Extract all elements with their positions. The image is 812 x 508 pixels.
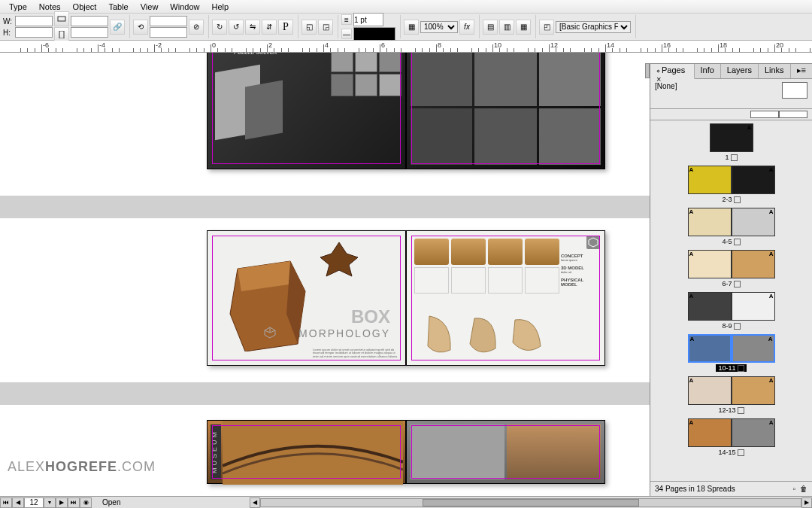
prev-page-button[interactable]: ◀ [12,497,24,508]
rotate-ccw-icon[interactable]: ↺ [229,20,244,35]
corners-icon[interactable]: ◰ [539,20,554,35]
paragraph-icon[interactable]: P [278,20,293,35]
menu-type[interactable]: Type [3,1,33,13]
museum-title: MUSEUM [211,424,221,479]
pages-scroll[interactable]: A1 AA2-3 AA4-5 AA6-7 AA8-9 AA10-11 AA12-… [650,120,812,481]
preflight-icon[interactable]: ◉ [80,497,92,508]
spread-thumb-1[interactable]: A1 [650,123,812,161]
link-icon[interactable]: 🔗 [110,20,125,35]
first-page-button[interactable]: ⏮ [0,497,12,508]
menu-table[interactable]: Table [102,1,134,13]
spread-12-13[interactable]: BOX MORPHOLOGY Lorem ipsum dolor sit ame… [207,230,605,366]
horizontal-scrollbar[interactable] [260,498,801,507]
w-input[interactable] [15,16,53,26]
spread-10-11[interactable]: PUZZLE SOLVER GRID SYSTEMS [207,53,605,169]
spread-thumb-8-9[interactable]: AA8-9 [650,292,812,330]
zoom-select[interactable]: 100% [420,21,458,33]
spread-thumb-10-11[interactable]: AA10-11 [650,334,812,372]
page-14[interactable]: MUSEUM [207,420,406,484]
rotate-icon[interactable]: ⟲ [133,20,148,35]
page-number-input[interactable] [24,497,44,508]
cube-icon [264,327,276,339]
svg-line-8 [265,330,270,333]
rotate-cw-icon[interactable]: ↻ [212,20,227,35]
spread-thumb-14-15[interactable]: AA14-15 [650,418,812,456]
page-dropdown-button[interactable]: ▾ [44,497,56,508]
form-2 [465,312,503,357]
scale-y-input[interactable] [71,27,108,38]
spread-14-15[interactable]: MUSEUM [207,420,605,484]
menu-object[interactable]: Object [67,1,103,13]
tab-info[interactable]: Info [695,64,721,78]
svg-line-9 [270,330,275,333]
menu-view[interactable]: View [135,1,165,13]
spread-thumb-6-7[interactable]: AA6-7 [650,250,812,287]
status-label: Open [92,498,131,506]
box-title: BOX [351,306,390,327]
wrap-bounding-icon[interactable]: ▥ [499,20,514,35]
select-container-icon[interactable]: ◱ [301,20,317,35]
wrap-none-icon[interactable]: ▤ [483,20,498,35]
stroke-weight-input[interactable] [353,13,383,26]
flip-v-icon[interactable]: ⇵ [262,20,277,35]
scroll-left-button[interactable]: ◀ [250,497,260,508]
master-thumb-none[interactable] [782,82,807,99]
clear-transform-icon[interactable]: ⊘ [189,20,204,35]
page-11[interactable]: GRID SYSTEMS [406,53,605,169]
wrap-object-icon[interactable]: ▦ [516,20,531,35]
page-count-label: 34 Pages in 18 Spreads [655,485,735,493]
next-page-button[interactable]: ▶ [56,497,68,508]
spread1-title: PUZZLE SOLVER [234,53,277,55]
page-12[interactable]: BOX MORPHOLOGY Lorem ipsum dolor sit ame… [207,230,406,366]
scroll-thumb[interactable] [423,499,638,506]
h-input[interactable] [15,27,53,38]
tab-layers[interactable]: Layers [721,64,759,78]
scroll-right-button[interactable]: ▶ [801,497,812,508]
svg-marker-5 [320,242,358,276]
wood-star-graphic [313,239,365,284]
scale-x-icon[interactable] [54,11,69,26]
tab-links[interactable]: Links [759,64,791,78]
menu-bar: Type Notes Object Table View Window Help [0,0,812,14]
scale-x-input[interactable] [71,16,108,26]
pages-panel: Pages × Info Layers Links ▸≡ [None] A1 A… [650,63,812,496]
effects-icon[interactable]: fx [459,20,474,35]
delete-page-icon[interactable]: 🗑 [800,485,807,493]
rotate-input[interactable] [150,16,187,26]
shear-input[interactable] [150,27,187,38]
select-content-icon[interactable]: ◲ [318,20,333,35]
stroke-weight-icon: ≡ [341,14,352,25]
fitting-icon[interactable]: ▦ [404,20,419,35]
watermark: ALEXHOGREFE.COM [8,459,156,475]
panel-footer: 34 Pages in 18 Spreads ▫ 🗑 [650,481,812,496]
menu-help[interactable]: Help [205,1,235,13]
stroke-style-icon: — [341,29,352,39]
body-text-left: Lorem ipsum dolor sit amet consectetur a… [313,348,399,359]
svg-rect-0 [58,17,65,21]
svg-rect-1 [59,31,64,38]
form-3 [509,312,547,357]
last-page-button[interactable]: ⏭ [68,497,80,508]
panel-menu-icon[interactable]: ▸≡ [791,64,812,78]
scale-y-icon[interactable] [54,27,69,42]
horizontal-ruler[interactable]: -6-4-202468101214161820 [0,41,812,53]
master-thumb-a-left[interactable] [750,111,779,118]
master-area[interactable]: [None] [650,79,812,109]
page-13[interactable]: CONCEPTlorem ipsum 3D MODELdolor sit PHY… [406,230,605,366]
spread-thumb-2-3[interactable]: AA2-3 [650,166,812,203]
new-page-icon[interactable]: ▫ [792,485,795,493]
form-1 [422,312,459,357]
spread-thumb-12-13[interactable]: AA12-13 [650,376,812,414]
tab-pages[interactable]: Pages × [650,64,695,79]
flip-h-icon[interactable]: ⇋ [245,20,260,35]
w-label: W: [3,17,14,26]
spread-thumb-4-5[interactable]: AA4-5 [650,208,812,245]
page-10[interactable]: PUZZLE SOLVER [207,53,406,169]
page-15[interactable] [406,420,605,484]
object-style-select[interactable]: [Basic Graphics Frame] [556,21,631,33]
control-bar: W: H: 🔗 ⟲ ⊘ ↻ ↺ ⇋ ⇵ P [0,14,812,41]
menu-window[interactable]: Window [164,1,205,13]
master-thumb-a-right[interactable] [779,111,807,118]
stroke-style-select[interactable] [353,27,395,41]
body-text-right: CONCEPTlorem ipsum 3D MODELdolor sit PHY… [561,254,598,357]
